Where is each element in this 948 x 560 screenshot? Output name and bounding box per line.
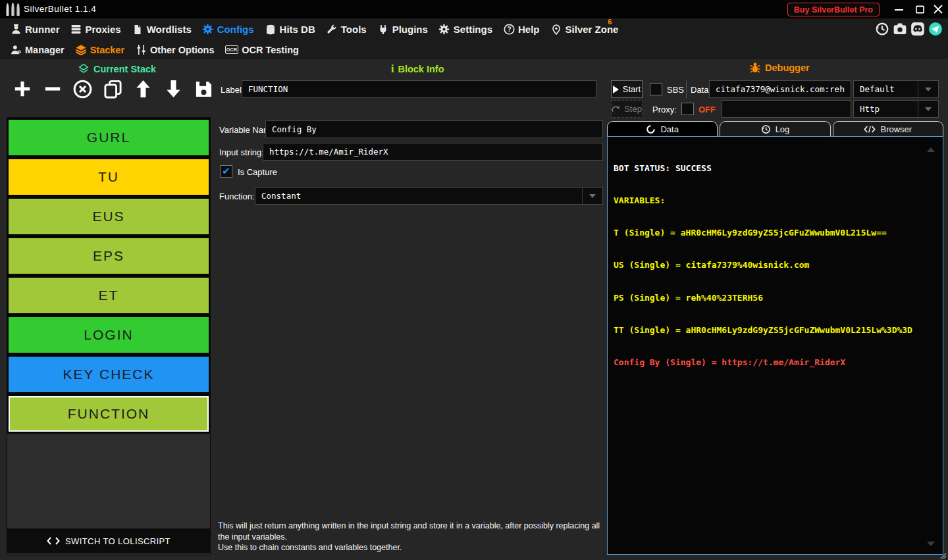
input-string-input[interactable] [263,143,603,161]
start-label: Start [623,84,641,94]
menu-item-plugins[interactable]: Plugins [376,18,429,40]
menu-item-proxies[interactable]: Proxies [69,18,122,40]
telegram-icon[interactable] [928,21,943,37]
close-button[interactable] [928,0,948,18]
chevron-down-icon [918,107,938,111]
proxy-type-dropdown[interactable]: Http [853,100,939,118]
runner-icon [10,24,22,36]
wordlist-type-value: Default [854,84,918,94]
submenu-item-stacker[interactable]: Stacker [74,40,126,59]
wordlist-type-dropdown[interactable]: Default [853,80,939,98]
submenu-item-other-options[interactable]: Other Options [134,40,215,59]
block-info-header: i Block Info [391,63,444,75]
info-icon: i [391,63,394,75]
menu-item-wordlists[interactable]: Wordlists [130,18,193,40]
camera-icon[interactable] [892,21,908,37]
stack-block-et[interactable]: ET [7,276,210,315]
scroll-down-icon[interactable] [927,542,935,546]
menu-item-settings[interactable]: Settings [437,18,494,40]
minimize-button[interactable] [889,0,908,18]
menu-item-label: Configs [217,24,254,35]
tab-data[interactable]: Data [607,121,718,136]
menu-item-silver-zone[interactable]: 6 Silver Zone [549,18,620,40]
gear-icon [202,24,214,36]
app-window: SilverBullet 1.1.4 Buy SilverBullet Pro … [0,0,948,560]
bug-icon [749,62,761,74]
stack-block-eus[interactable]: EUS [7,197,210,236]
menu-item-runner[interactable]: Runner [9,18,61,40]
submenu-item-ocr-testing[interactable]: OCR OCR Testing [224,40,300,59]
silverbullet-logo-icon [6,3,22,16]
switch-to-loliscript-button[interactable]: SWITCH TO LOLISCRIPT [7,528,210,553]
tab-label: Browser [880,124,912,134]
step-label: Step [624,104,642,114]
tab-label: Data [660,124,678,134]
clear-icon[interactable] [73,78,92,99]
stack-block-tu[interactable]: TU [7,157,210,197]
stack-block-label: LOGIN [9,317,209,353]
menu-item-help[interactable]: ? Help [502,18,541,40]
menu-item-label: Proxies [86,24,121,35]
stack-block-function[interactable]: FUNCTION [7,394,210,434]
sbs-checkbox[interactable] [650,83,662,95]
ocr-icon: OCR [225,45,239,54]
gear-icon [438,24,450,36]
proxy-checkbox[interactable] [681,103,694,115]
remove-icon[interactable] [43,78,62,99]
window-title: SilverBullet 1.1.4 [24,4,96,14]
start-button[interactable]: Start [611,80,643,98]
save-icon[interactable] [194,78,213,99]
proxy-type-value: Http [854,104,918,114]
log-line: US (Single) = citafa7379%40wisnick.com [614,260,937,270]
submenu-item-label: Stacker [90,45,124,55]
configs-sub-menu: Manager Stacker Other Options OCR OCR Te… [0,40,948,59]
server-icon [70,24,82,36]
stack-block-gurl[interactable]: GURL [7,118,210,157]
history-icon[interactable] [874,21,890,37]
step-button[interactable]: Step [611,100,643,118]
current-stack-title: Current Stack [93,64,156,74]
submenu-item-label: Manager [25,45,65,55]
debug-output-panel[interactable]: BOT STATUS: SUCCESS VARIABLES: T (Single… [607,136,943,555]
stack-block-label: EUS [9,199,209,234]
proxy-input[interactable] [722,100,851,118]
submenu-item-manager[interactable]: Manager [9,40,66,59]
move-down-icon[interactable] [164,78,183,99]
tab-log[interactable]: Log [720,121,830,136]
data-label: Data: [691,85,711,95]
maximize-button[interactable] [910,0,930,18]
resize-grip[interactable] [938,551,947,559]
stack-block-label: EPS [9,238,209,274]
label-input[interactable] [242,80,596,98]
menu-item-configs[interactable]: Configs [201,18,255,40]
discord-icon[interactable] [910,21,926,37]
maximize-icon [916,5,924,14]
debugger-tabs: Data Log Browser [607,121,943,136]
function-dropdown[interactable]: Constant [255,187,603,205]
move-up-icon[interactable] [134,78,153,99]
is-capture-checkbox[interactable]: ✔ [220,165,232,178]
variable-name-input[interactable] [265,120,603,138]
stack-block-eps[interactable]: EPS [7,236,210,276]
log-line: TT (Single) = aHR0cHM6Ly9zdG9yZS5jcGFuZW… [614,325,937,336]
code-icon [864,126,876,133]
buy-pro-button[interactable]: Buy SilverBullet Pro [787,3,880,16]
add-icon[interactable] [13,78,32,99]
title-bar: SilverBullet 1.1.4 Buy SilverBullet Pro [0,0,948,18]
menu-item-label: Plugins [392,24,428,35]
scroll-up-icon[interactable] [927,147,935,152]
menu-item-tools[interactable]: Tools [325,18,368,40]
debugger-title: Debugger [765,63,810,73]
chevron-down-icon [583,194,602,198]
menu-item-hits-db[interactable]: Hits DB [263,18,317,40]
log-line: Config By (Single) = https://t.me/Amir_R… [614,357,937,368]
stack-block-label: KEY CHECK [9,357,209,392]
tab-browser[interactable]: Browser [833,121,943,136]
refresh-icon [646,124,656,134]
menu-item-label: Tools [341,24,367,35]
stack-block-key-check[interactable]: KEY CHECK [7,355,210,394]
clone-icon[interactable] [103,78,122,99]
stack-block-login[interactable]: LOGIN [7,315,210,355]
data-input[interactable] [709,80,851,98]
layers-icon [75,44,87,56]
